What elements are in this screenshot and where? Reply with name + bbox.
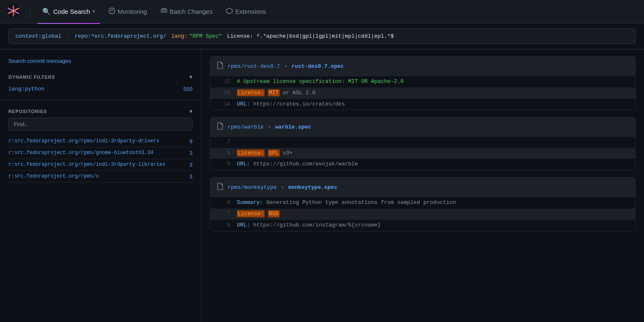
repositories-header[interactable]: REPOSITORIES ▾ bbox=[8, 105, 192, 118]
header: 🔍 Code Search ▾ Monitoring Batch Changes bbox=[0, 0, 644, 23]
search-bar[interactable]: context:global | repo:^src.fedoraproject… bbox=[0, 23, 644, 49]
result-header-2[interactable]: rpms/warble › warble.spec bbox=[210, 117, 635, 137]
repo-item-1-count: 9 bbox=[190, 138, 192, 144]
code-content-1-13: License: MIT or ASL 2.0 bbox=[237, 89, 628, 98]
line-num-1-13: 13 bbox=[217, 89, 230, 97]
search-token-context: context:global bbox=[16, 33, 61, 39]
result-path-sep-3: › bbox=[281, 184, 288, 191]
nav-item-monitoring[interactable]: Monitoring bbox=[104, 4, 152, 19]
result-path-sep-2: › bbox=[268, 124, 275, 130]
repo-item-4[interactable]: r:src.fedoraproject.org/rpms/x 3 bbox=[8, 171, 192, 183]
line-num-1-14: 14 bbox=[217, 100, 230, 108]
nav-label-extensions: Extensions bbox=[235, 8, 266, 15]
repo-item-2[interactable]: r:src.fedoraproject.org/rpms/gnome-bluet… bbox=[8, 147, 192, 159]
result-card-3: rpms/monkeytype › monkeytype.spec 6 Summ… bbox=[210, 177, 636, 231]
code-content-3-8: URL: https://github.com/instagram/%{srcn… bbox=[237, 221, 628, 230]
extensions-icon bbox=[226, 8, 233, 16]
repositories-label: REPOSITORIES bbox=[8, 109, 47, 114]
file-icon-3 bbox=[217, 183, 223, 192]
search-token-lang: lang: bbox=[171, 33, 187, 39]
code-content-3-6: Summary: Generating Python type annotati… bbox=[237, 198, 628, 207]
repo-item-2-name: r:src.fedoraproject.org/rpms/gnome-bluet… bbox=[8, 150, 186, 156]
code-content-1-12: # Upstream license specification: MIT OR… bbox=[237, 77, 628, 86]
dynamic-filters-section: DYNAMIC FILTERS ▾ lang:python 500 bbox=[0, 71, 201, 95]
repo-item-3[interactable]: r:src.fedoraproject.org/rpms/indi-3rdpar… bbox=[8, 159, 192, 171]
file-icon-1 bbox=[217, 62, 223, 71]
result-code-3: 6 Summary: Generating Python type annota… bbox=[210, 197, 635, 231]
code-line-1-13: 13 License: MIT or ASL 2.0 bbox=[210, 88, 635, 99]
code-line-1-14: 14 URL: https://crates.io/crates/des bbox=[210, 99, 635, 110]
monitoring-icon bbox=[109, 8, 115, 16]
result-path-sep-1: › bbox=[284, 63, 291, 70]
code-content-2-9: URL: https://github.com/avojak/warble bbox=[237, 160, 628, 169]
line-num-3-8: 8 bbox=[217, 222, 230, 229]
code-line-3-7: 7 License: BSD bbox=[210, 209, 635, 220]
search-token-license: License: ^.*apache|bsd|gpl|lgpl|mit|mpl|… bbox=[227, 33, 394, 39]
result-header-3[interactable]: rpms/monkeytype › monkeytype.spec bbox=[210, 178, 635, 197]
sidebar-divider bbox=[0, 100, 201, 100]
repositories-section: REPOSITORIES ▾ r:src.fedoraproject.org/r… bbox=[0, 105, 201, 183]
result-code-1: 12 # Upstream license specification: MIT… bbox=[210, 76, 635, 110]
repositories-chevron: ▾ bbox=[190, 108, 192, 114]
dynamic-filters-chevron: ▾ bbox=[190, 74, 192, 80]
result-path-3: rpms/monkeytype › monkeytype.spec bbox=[228, 184, 337, 191]
result-card-2: rpms/warble › warble.spec 7 8 License: bbox=[210, 117, 636, 170]
header-divider bbox=[30, 5, 31, 18]
batch-changes-icon bbox=[161, 8, 167, 16]
chevron-down-icon: ▾ bbox=[93, 9, 95, 14]
dynamic-filters-header[interactable]: DYNAMIC FILTERS ▾ bbox=[8, 71, 192, 83]
result-header-1[interactable]: rpms/rust-des0.7 › rust-des0.7.spec bbox=[210, 57, 635, 76]
result-path-1: rpms/rust-des0.7 › rust-des0.7.spec bbox=[228, 63, 344, 70]
svg-point-4 bbox=[109, 8, 115, 14]
code-line-2-8: 8 License: GPL v3+ bbox=[210, 148, 635, 159]
result-path-file-3: monkeytype.spec bbox=[288, 184, 337, 191]
results-panel: rpms/rust-des0.7 › rust-des0.7.spec 12 #… bbox=[201, 49, 644, 322]
repo-item-1-name: r:src.fedoraproject.org/rpms/indi-3rdpar… bbox=[8, 138, 186, 144]
line-num-2-9: 9 bbox=[217, 160, 230, 168]
line-num-2-8: 8 bbox=[217, 149, 230, 157]
code-line-2-7: 7 bbox=[210, 137, 635, 147]
repo-item-1[interactable]: r:src.fedoraproject.org/rpms/indi-3rdpar… bbox=[8, 136, 192, 147]
repo-item-2-count: 3 bbox=[190, 150, 192, 156]
repo-item-4-name: r:src.fedoraproject.org/rpms/x bbox=[8, 173, 186, 179]
line-num-1-12: 12 bbox=[217, 78, 230, 86]
result-path-dir-1: rpms/rust-des0.7 bbox=[228, 63, 280, 70]
line-num-3-6: 6 bbox=[217, 199, 230, 207]
code-content-3-7: License: BSD bbox=[237, 210, 628, 219]
search-input[interactable]: context:global | repo:^src.fedoraproject… bbox=[8, 28, 636, 44]
nav-item-extensions[interactable]: Extensions bbox=[221, 4, 271, 19]
svg-rect-6 bbox=[161, 11, 167, 13]
code-content-1-14: URL: https://crates.io/crates/des bbox=[237, 100, 628, 109]
result-path-dir-2: rpms/warble bbox=[228, 124, 264, 130]
nav-item-batch-changes[interactable]: Batch Changes bbox=[156, 4, 218, 19]
svg-rect-5 bbox=[161, 9, 167, 10]
result-path-file-2: warble.spec bbox=[275, 124, 311, 130]
repo-item-4-count: 3 bbox=[190, 173, 192, 180]
sidebar: Search commit messages DYNAMIC FILTERS ▾… bbox=[0, 49, 201, 322]
nav-item-code-search[interactable]: 🔍 Code Search ▾ bbox=[37, 4, 100, 19]
search-token-repo: repo:^src.fedoraproject.org/ bbox=[75, 33, 166, 39]
nav-label-code-search: Code Search bbox=[53, 8, 90, 15]
result-card-1: rpms/rust-des0.7 › rust-des0.7.spec 12 #… bbox=[210, 56, 636, 110]
code-line-3-6: 6 Summary: Generating Python type annota… bbox=[210, 197, 635, 209]
repo-item-3-count: 3 bbox=[190, 162, 192, 168]
line-num-3-7: 7 bbox=[217, 210, 230, 218]
filter-item-lang-python[interactable]: lang:python 500 bbox=[8, 83, 192, 95]
result-path-file-1: rust-des0.7.spec bbox=[291, 63, 344, 70]
nav-label-monitoring: Monitoring bbox=[118, 8, 147, 15]
repo-item-3-name: r:src.fedoraproject.org/rpms/indi-3rdpar… bbox=[8, 162, 186, 167]
search-token-lang-val: "RPM Spec" bbox=[189, 33, 222, 39]
main-layout: Search commit messages DYNAMIC FILTERS ▾… bbox=[0, 49, 644, 322]
code-search-icon: 🔍 bbox=[42, 8, 51, 15]
search-commit-messages-link[interactable]: Search commit messages bbox=[0, 56, 201, 71]
result-path-2: rpms/warble › warble.spec bbox=[228, 124, 311, 130]
repo-find-input[interactable] bbox=[8, 118, 192, 131]
code-line-1-12: 12 # Upstream license specification: MIT… bbox=[210, 76, 635, 88]
filter-item-lang-python-count: 500 bbox=[183, 86, 192, 92]
result-code-2: 7 8 License: GPL v3+ 9 bbox=[210, 137, 635, 170]
dynamic-filters-label: DYNAMIC FILTERS bbox=[8, 75, 55, 80]
code-line-3-8: 8 URL: https://github.com/instagram/%{sr… bbox=[210, 220, 635, 231]
filter-item-lang-python-label: lang:python bbox=[8, 86, 44, 92]
nav-label-batch-changes: Batch Changes bbox=[170, 8, 213, 15]
logo bbox=[7, 4, 23, 19]
